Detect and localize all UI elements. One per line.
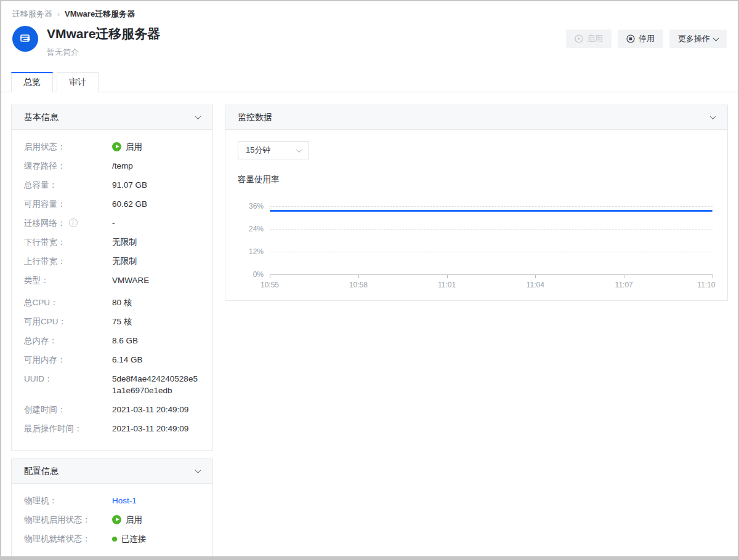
disable-button[interactable]: 停用 — [618, 30, 663, 48]
chart-title: 容量使用率 — [238, 174, 715, 185]
breadcrumb-separator-icon: › — [57, 10, 60, 18]
chart-main: 10:5510:5811:0111:0411:0711:10 — [270, 195, 713, 292]
page-header: VMware迁移服务器 暂无简介 启用 停用 更多操作 — [1, 20, 738, 58]
x-tick-label: 10:55 — [260, 281, 279, 289]
basic-info-panel-title: 基本信息 — [24, 112, 59, 123]
status-value: 启用 — [112, 141, 200, 153]
y-tick-label: 24% — [249, 225, 264, 233]
breadcrumb-item-migration-servers[interactable]: 迁移服务器 — [12, 9, 52, 20]
x-axis-tick — [624, 275, 624, 278]
tab-audit[interactable]: 审计 — [57, 72, 99, 92]
x-tick-label: 11:07 — [615, 281, 633, 289]
config-info-panel-body: 物理机： Host-1 物理机启用状态： 启用 物理机就绪状态： 已连接 — [12, 484, 212, 560]
basic-info-panel-header[interactable]: 基本信息 — [12, 105, 212, 130]
chevron-down-icon[interactable] — [195, 113, 201, 119]
play-circle-icon — [575, 34, 583, 43]
x-tick-label: 10:58 — [349, 281, 368, 289]
disable-button-label: 停用 — [639, 33, 655, 44]
info-label: 总容量： — [24, 179, 112, 191]
info-label: 创建时间： — [24, 404, 112, 415]
content-area: 基本信息 启用状态： 启用 缓存路径： /temp 总容量： 91.0 — [1, 92, 738, 560]
info-value: 6.14 GB — [112, 354, 200, 366]
info-value: 8.6 GB — [112, 335, 200, 346]
config-info-panel-header[interactable]: 配置信息 — [12, 459, 212, 484]
info-row-cache-path: 缓存路径： /temp — [24, 160, 200, 172]
info-row-last-op-time: 最后操作时间： 2021-03-11 20:49:09 — [24, 423, 200, 434]
info-value: /temp — [112, 160, 200, 172]
info-row-total-memory: 总内存： 8.6 GB — [24, 335, 200, 346]
info-label: 物理机： — [24, 495, 112, 506]
y-tick-label: 36% — [249, 202, 264, 210]
info-row-total-cpu: 总CPU： 80 核 — [24, 297, 200, 308]
host-link[interactable]: Host-1 — [112, 495, 200, 506]
info-row-migration-network: 迁移网络： i - — [24, 217, 200, 229]
grid-line — [270, 229, 713, 230]
info-label: 可用内存： — [24, 354, 112, 366]
monitor-panel-body: 15分钟 容量使用率 0%12%24%36% 10:5510:5811:0111… — [225, 130, 727, 300]
info-label: 物理机启用状态： — [24, 514, 112, 526]
page-subtitle: 暂无简介 — [47, 47, 160, 58]
info-value: 2021-03-11 20:49:09 — [112, 423, 200, 434]
info-value: VMWARE — [112, 274, 200, 286]
breadcrumb-item-current: VMware迁移服务器 — [65, 9, 135, 20]
x-axis-tick — [358, 275, 359, 278]
info-label: 上行带宽： — [24, 255, 112, 267]
info-circle-icon[interactable]: i — [69, 218, 78, 227]
info-row-available-memory: 可用内存： 6.14 GB — [24, 354, 200, 366]
monitor-panel-title: 监控数据 — [238, 112, 272, 123]
basic-info-panel: 基本信息 启用状态： 启用 缓存路径： /temp 总容量： 91.0 — [11, 105, 213, 451]
status-value: 已连接 — [112, 533, 200, 545]
interval-select[interactable]: 15分钟 — [238, 141, 309, 159]
info-row-enable-state: 启用状态： 启用 — [24, 141, 200, 153]
capacity-usage-chart: 0%12%24%36% 10:5510:5811:0111:0411:0711:… — [238, 195, 715, 292]
info-label: 最后操作时间： — [24, 423, 112, 434]
series-line-容量使用率 — [270, 210, 713, 212]
play-badge-icon — [112, 142, 121, 151]
grid-line — [270, 252, 713, 252]
info-label: 可用容量： — [24, 198, 112, 210]
chevron-down-icon[interactable] — [710, 113, 716, 119]
play-badge-icon — [112, 515, 121, 524]
info-label: 迁移网络： i — [24, 217, 112, 229]
status-text: 已连接 — [121, 533, 147, 545]
info-row-total-capacity: 总容量： 91.07 GB — [24, 179, 200, 191]
grid-line — [270, 206, 713, 207]
y-tick-label: 0% — [253, 270, 264, 279]
tab-bar: 总览 审计 — [1, 71, 738, 92]
info-label: 可用CPU： — [24, 316, 112, 327]
chevron-down-icon[interactable] — [195, 467, 201, 473]
chart-plot — [270, 195, 713, 275]
stop-circle-icon — [626, 34, 635, 43]
info-value: 60.62 GB — [112, 198, 200, 210]
info-label: UUID： — [24, 373, 112, 396]
info-value: 5de8f4ae424240528e51a1e6970e1edb — [112, 373, 200, 396]
interval-select-value: 15分钟 — [246, 145, 270, 156]
monitor-panel-header[interactable]: 监控数据 — [225, 105, 727, 130]
info-value: 91.07 GB — [112, 179, 200, 191]
enable-button[interactable]: 启用 — [566, 30, 612, 48]
info-label: 启用状态： — [24, 141, 112, 153]
green-dot-icon — [112, 537, 117, 542]
status-text: 启用 — [126, 514, 142, 526]
tab-overview[interactable]: 总览 — [11, 72, 53, 92]
more-actions-button[interactable]: 更多操作 — [669, 30, 727, 48]
left-column: 基本信息 启用状态： 启用 缓存路径： /temp 总容量： 91.0 — [11, 105, 213, 560]
info-label-text: 迁移网络： — [24, 217, 66, 229]
info-row-create-time: 创建时间： 2021-03-11 20:49:09 — [24, 404, 200, 415]
info-row-download-bandwidth: 下行带宽： 无限制 — [24, 236, 200, 248]
info-row-host-enable-state: 物理机启用状态： 启用 — [24, 514, 200, 526]
x-tick-label: 11:01 — [438, 281, 456, 289]
info-row-host-ready-state: 物理机就绪状态： 已连接 — [24, 533, 200, 545]
status-text: 启用 — [126, 141, 142, 153]
info-label: 总内存： — [24, 335, 112, 346]
info-row-uuid: UUID： 5de8f4ae424240528e51a1e6970e1edb — [24, 373, 200, 396]
config-info-panel-title: 配置信息 — [24, 466, 59, 477]
enable-button-label: 启用 — [587, 33, 603, 44]
x-axis-tick — [535, 275, 536, 278]
info-label: 缓存路径： — [24, 160, 112, 172]
chart-y-axis: 0%12%24%36% — [238, 195, 270, 275]
info-value: 无限制 — [112, 236, 200, 248]
info-value: 80 核 — [112, 297, 200, 308]
info-label: 总CPU： — [24, 297, 112, 308]
chevron-down-icon — [713, 35, 719, 41]
